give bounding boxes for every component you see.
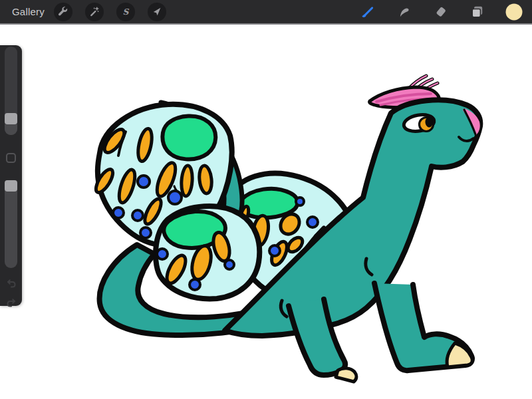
right-tool-group [359,3,527,21]
smudge-tool-button[interactable] [396,3,413,21]
color-button[interactable] [505,3,523,21]
erase-tool-button[interactable] [432,3,450,21]
dragon-back-claw [336,368,356,382]
paint-brush-icon [361,5,374,19]
left-tool-group: S [54,3,166,21]
redo-arrow-icon [5,297,17,309]
brush-size-fill [5,124,17,135]
redo-button[interactable] [5,297,17,309]
drawing-canvas[interactable] [0,25,532,399]
paint-tool-button[interactable] [359,3,376,21]
selection-s-icon: S [120,6,131,17]
layers-icon [471,5,484,19]
procreate-window: Gallery S [0,0,532,399]
opacity-handle[interactable] [5,180,17,192]
transform-button[interactable] [148,3,166,21]
undo-button[interactable] [5,277,17,289]
dragon-wing-left-lower [156,206,259,299]
wrench-icon [57,6,68,17]
gallery-button[interactable]: Gallery [12,6,45,17]
brush-size-handle[interactable] [5,113,17,124]
actions-button[interactable] [54,3,72,21]
undo-arrow-icon [5,277,17,289]
opacity-slider[interactable] [5,180,17,268]
dragon-artwork [0,25,532,399]
top-toolbar: Gallery S [0,0,532,25]
svg-text:S: S [123,7,130,17]
color-swatch-circle [506,3,523,20]
magic-wand-icon [88,6,100,17]
move-arrow-icon [151,6,162,17]
dragon-front-leg [374,283,472,370]
adjustments-button[interactable] [85,3,104,21]
brush-sidebar [0,45,22,306]
smudge-finger-icon [398,5,411,19]
color-swatch [505,3,523,21]
modify-button[interactable] [6,153,16,163]
layers-button[interactable] [469,3,486,21]
brush-size-slider[interactable] [5,47,17,135]
selection-button[interactable]: S [116,3,135,21]
eraser-icon [434,5,448,19]
